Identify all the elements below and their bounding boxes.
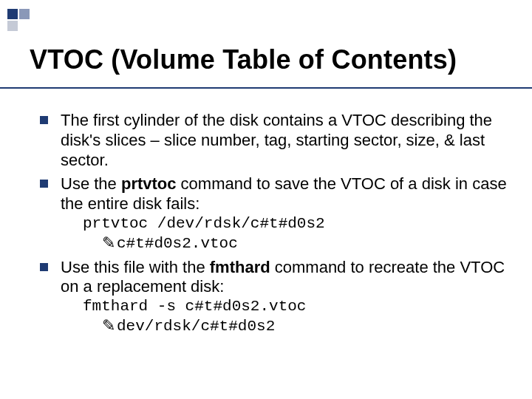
code-text: c#t#d0s2.vtoc (117, 235, 238, 252)
deco-square-icon (19, 9, 30, 19)
bullet-item: Use this file with the fmthard command t… (40, 258, 507, 336)
bullet-text: The first cylinder of the disk contains … (61, 111, 492, 169)
slide: VTOC (Volume Table of Contents) The firs… (0, 0, 532, 399)
code-line: ✎c#t#d0s2.vtoc (102, 233, 507, 253)
code-line: ✎dev/rdsk/c#t#d0s2 (102, 316, 507, 336)
bullet-item: Use the prtvtoc command to save the VTOC… (40, 174, 507, 253)
code-text: dev/rdsk/c#t#d0s2 (117, 318, 275, 335)
title-rule (0, 87, 532, 89)
bullet-item: The first cylinder of the disk contains … (40, 111, 507, 170)
code-line: prtvtoc /dev/rdsk/c#t#d0s2 (83, 214, 507, 233)
deco-square-icon (7, 21, 18, 31)
slide-body: The first cylinder of the disk contains … (40, 111, 507, 341)
continuation-arrow-icon: ✎ (102, 233, 115, 253)
bullet-text-pre: Use this file with the (61, 258, 210, 276)
bullet-text-pre: Use the (61, 174, 121, 193)
code-line: fmthard -s c#t#d0s2.vtoc (83, 297, 507, 316)
bullet-text-bold: prtvtoc (121, 174, 177, 193)
slide-title: VTOC (Volume Table of Contents) (30, 44, 517, 75)
deco-square-icon (7, 9, 18, 19)
continuation-arrow-icon: ✎ (102, 316, 115, 336)
bullet-text-bold: fmthard (210, 258, 270, 276)
corner-decoration (7, 9, 52, 31)
